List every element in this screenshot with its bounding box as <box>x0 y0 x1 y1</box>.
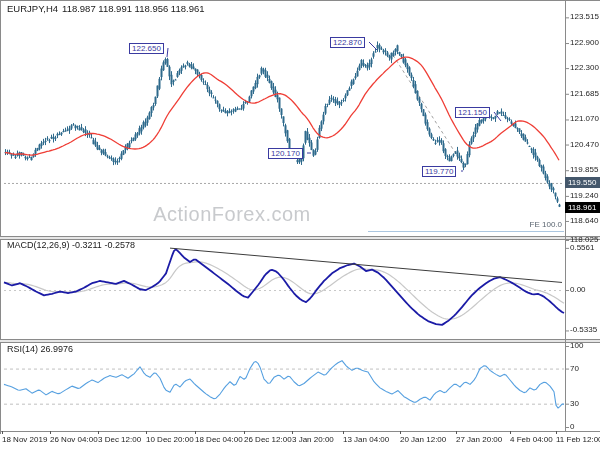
macd-label: MACD(12,26,9) -0.3211 -0.2578 <box>7 240 135 250</box>
price-axis-tick-label: 121.070 <box>570 114 599 123</box>
price-annotation: 122.650 <box>129 43 164 54</box>
time-axis-label: 3 Jan 20:00 <box>292 435 334 444</box>
forex-chart: EURJPY,H4118.987 118.991 118.956 118.961… <box>0 0 600 450</box>
price-annotation: 120.170 <box>268 148 303 159</box>
price-axis-tick-label: 118.640 <box>570 216 598 225</box>
macd-axis-tick-label: -0.5335 <box>570 325 597 334</box>
ohlc-values: 118.987 118.991 118.956 118.961 <box>62 3 204 14</box>
price-axis-tick-label: 122.300 <box>570 63 599 72</box>
time-axis-label: 18 Nov 2019 <box>2 435 47 444</box>
time-axis-label: 3 Dec 12:00 <box>98 435 141 444</box>
price-annotation: 121.150 <box>455 107 490 118</box>
rsi-axis-tick-label: 70 <box>570 364 579 373</box>
price-axis-tick-label: 122.900 <box>570 38 599 47</box>
time-axis-label: 4 Feb 04:00 <box>510 435 553 444</box>
price-axis-tick-label: 119.240 <box>570 191 598 200</box>
fibonacci-extension-label: FE 100.0 <box>480 220 562 229</box>
time-axis-label: 26 Nov 04:00 <box>50 435 98 444</box>
price-axis-tick-label: 119.855 <box>570 165 598 174</box>
price-annotation: 119.770 <box>422 166 456 177</box>
watermark: ActionForex.com <box>153 203 311 226</box>
time-axis-label: 13 Jan 04:00 <box>343 435 389 444</box>
macd-axis-tick-label: 0.5561 <box>570 243 594 252</box>
price-annotation: 122.870 <box>330 37 365 48</box>
rsi-label: RSI(14) 26.9976 <box>7 344 73 354</box>
time-axis-label: 10 Dec 20:00 <box>146 435 194 444</box>
support-resistance-tag: 119.550 <box>565 177 600 188</box>
macd-axis-tick-label: 0.00 <box>570 285 586 294</box>
chart-title: EURJPY,H4118.987 118.991 118.956 118.961 <box>7 3 209 14</box>
time-axis-label: 26 Dec 12:00 <box>244 435 292 444</box>
time-axis-label: 11 Feb 12:00 <box>556 435 600 444</box>
price-axis-tick-label: 120.470 <box>570 140 599 149</box>
price-axis-tick-label: 121.685 <box>570 89 599 98</box>
time-axis-label: 20 Jan 12:00 <box>400 435 446 444</box>
symbol-timeframe: EURJPY,H4 <box>7 3 58 14</box>
time-axis-label: 27 Jan 20:00 <box>456 435 502 444</box>
last-price-tag: 118.961 <box>565 202 600 213</box>
rsi-axis-tick-label: 100 <box>570 341 583 350</box>
rsi-axis-tick-label: 30 <box>570 399 579 408</box>
rsi-axis-tick-label: 0 <box>570 422 574 431</box>
price-axis-tick-label: 123.515 <box>570 12 599 21</box>
time-axis-label: 18 Dec 04:00 <box>195 435 243 444</box>
